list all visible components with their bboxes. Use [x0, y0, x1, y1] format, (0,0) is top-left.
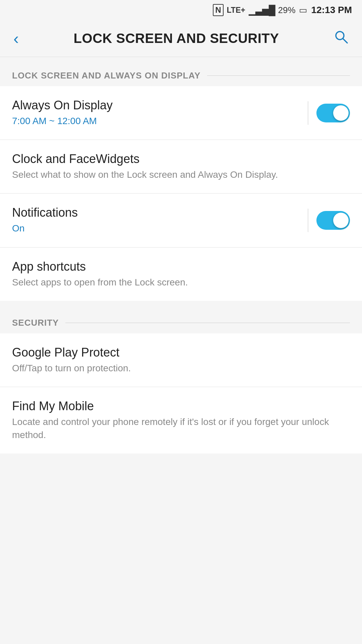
toggle-divider	[308, 101, 308, 125]
battery-percent: 29%	[278, 5, 296, 15]
security-divider-line	[65, 323, 350, 323]
lte-icon: LTE+	[227, 6, 245, 15]
clock-facewidgets-subtitle: Select what to show on the Lock screen a…	[12, 168, 350, 181]
app-shortcuts-content: App shortcuts Select apps to open from t…	[12, 260, 350, 289]
always-on-display-subtitle: 7:00 AM ~ 12:00 AM	[12, 114, 300, 127]
security-settings-list: Google Play Protect Off/Tap to turn on p…	[0, 333, 362, 454]
always-on-display-toggle[interactable]	[316, 104, 350, 122]
app-bar: ‹ LOCK SCREEN AND SECURITY	[0, 20, 362, 57]
always-on-display-content: Always On Display 7:00 AM ~ 12:00 AM	[12, 98, 300, 127]
notifications-title: Notifications	[12, 206, 300, 220]
battery-icon: ▭	[299, 5, 307, 15]
google-play-protect-content: Google Play Protect Off/Tap to turn on p…	[12, 345, 350, 375]
find-my-mobile-subtitle: Locate and control your phone remotely i…	[12, 415, 350, 441]
always-on-display-item[interactable]: Always On Display 7:00 AM ~ 12:00 AM	[0, 86, 362, 140]
signal-icon: ▁▃▅█	[249, 5, 275, 16]
find-my-mobile-content: Find My Mobile Locate and control your p…	[12, 399, 350, 441]
security-section-header: SECURITY	[0, 304, 362, 333]
clock-facewidgets-item[interactable]: Clock and FaceWidgets Select what to sho…	[0, 140, 362, 194]
clock-facewidgets-content: Clock and FaceWidgets Select what to sho…	[12, 152, 350, 181]
app-shortcuts-title: App shortcuts	[12, 260, 350, 274]
section-spacer	[0, 301, 362, 304]
toggle-knob-2	[333, 213, 349, 228]
status-bar: N LTE+ ▁▃▅█ 29% ▭ 12:13 PM	[0, 0, 362, 20]
notifications-content: Notifications On	[12, 206, 300, 235]
lock-screen-section-label: LOCK SCREEN AND ALWAYS ON DISPLAY	[12, 70, 200, 81]
page-title: LOCK SCREEN AND SECURITY	[22, 31, 330, 46]
google-play-protect-title: Google Play Protect	[12, 345, 350, 360]
lock-screen-settings-list: Always On Display 7:00 AM ~ 12:00 AM Clo…	[0, 86, 362, 301]
always-on-display-title: Always On Display	[12, 98, 300, 112]
app-shortcuts-item[interactable]: App shortcuts Select apps to open from t…	[0, 248, 362, 301]
status-icons: N LTE+ ▁▃▅█ 29% ▭	[213, 4, 307, 16]
search-button[interactable]	[330, 26, 352, 51]
app-shortcuts-subtitle: Select apps to open from the Lock screen…	[12, 276, 350, 289]
toggle-divider-2	[308, 209, 308, 232]
security-section-label: SECURITY	[12, 318, 59, 328]
status-time: 12:13 PM	[311, 5, 352, 15]
section-divider-line	[207, 75, 350, 76]
notifications-toggle[interactable]	[316, 211, 350, 230]
find-my-mobile-item[interactable]: Find My Mobile Locate and control your p…	[0, 387, 362, 453]
notifications-item[interactable]: Notifications On	[0, 194, 362, 247]
find-my-mobile-title: Find My Mobile	[12, 399, 350, 413]
clock-facewidgets-title: Clock and FaceWidgets	[12, 152, 350, 166]
svg-line-1	[343, 39, 347, 43]
back-button[interactable]: ‹	[10, 26, 22, 51]
notifications-subtitle: On	[12, 222, 300, 235]
toggle-knob	[333, 105, 349, 121]
lock-screen-section-header: LOCK SCREEN AND ALWAYS ON DISPLAY	[0, 57, 362, 86]
nfc-icon: N	[213, 4, 223, 16]
google-play-protect-item[interactable]: Google Play Protect Off/Tap to turn on p…	[0, 333, 362, 387]
google-play-protect-subtitle: Off/Tap to turn on protection.	[12, 362, 350, 375]
